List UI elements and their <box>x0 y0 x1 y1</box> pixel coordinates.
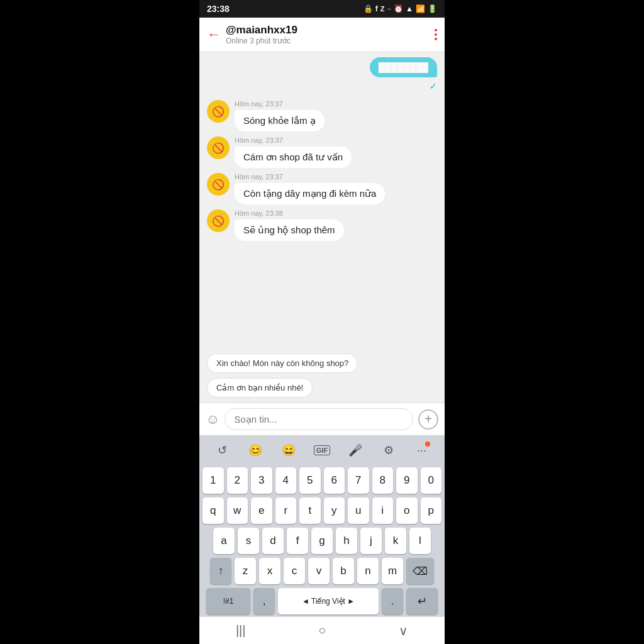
rotate-icon: ↺ <box>218 443 227 457</box>
key-u[interactable]: u <box>348 497 369 524</box>
msg-bubble-3: Còn tặng dây mạng đi kèm nữa <box>235 183 385 204</box>
menu-button[interactable] <box>435 29 437 40</box>
settings-button[interactable]: ⚙ <box>377 439 400 462</box>
rotate-button[interactable]: ↺ <box>211 439 233 462</box>
gif-button[interactable]: GIF <box>311 439 333 462</box>
kb-row-asdf: a s d f g h j k l <box>199 526 445 556</box>
key-0[interactable]: 0 <box>421 467 442 494</box>
kb-row-zxcv: ↑ z x c v b n m ⌫ <box>199 556 445 586</box>
key-8[interactable]: 8 <box>372 467 394 494</box>
emoji-tool-button[interactable]: 😊 <box>244 439 267 462</box>
key-m[interactable]: m <box>382 558 403 584</box>
avatar-2: 🚫 <box>207 136 230 159</box>
key-2[interactable]: 2 <box>227 467 248 494</box>
dot1 <box>435 29 437 31</box>
kb-row-special: !#1 , ◄ Tiếng Việt ► . ↵ <box>199 586 445 616</box>
avatar-1: 🚫 <box>207 100 230 123</box>
quick-replies: Xin chào! Món này còn không shop? Cảm ơn… <box>199 348 445 402</box>
plus-button[interactable]: + <box>418 409 438 430</box>
alarm-icon: ⏰ <box>394 4 403 13</box>
key-3[interactable]: 3 <box>251 467 272 494</box>
settings-icon: ⚙ <box>384 443 394 457</box>
online-status: Online 3 phút trước <box>226 36 297 45</box>
key-z[interactable]: z <box>235 558 256 584</box>
msg-time-3: Hôm nay, 23:37 <box>235 173 385 180</box>
avatar-4: 🚫 <box>207 209 230 232</box>
wifi-icon: ▲ <box>406 4 413 13</box>
nav-back-button[interactable]: ||| <box>236 623 246 638</box>
username: @maianhxx19 <box>226 24 297 36</box>
key-r[interactable]: r <box>275 497 297 524</box>
key-a[interactable]: a <box>213 528 235 554</box>
key-backspace[interactable]: ⌫ <box>406 558 434 584</box>
nav-recent-button[interactable]: ∨ <box>399 623 408 638</box>
message-group-3: 🚫 Hôm nay, 23:37 Còn tặng dây mạng đi kè… <box>207 173 437 204</box>
key-shift[interactable]: ↑ <box>210 558 231 584</box>
header-info: @maianhxx19 Online 3 phút trước <box>226 24 297 45</box>
key-v[interactable]: v <box>308 558 330 584</box>
key-t[interactable]: t <box>299 497 321 524</box>
keyboard-toolbar: ↺ 😊 😄 GIF 🎤 ⚙ ··· <box>199 435 445 465</box>
key-c[interactable]: c <box>284 558 305 584</box>
key-y[interactable]: y <box>324 497 345 524</box>
emoji-button[interactable]: ☺ <box>206 411 219 428</box>
key-7[interactable]: 7 <box>348 467 369 494</box>
key-j[interactable]: j <box>360 528 382 554</box>
more-icon: ·· <box>387 4 391 13</box>
key-6[interactable]: 6 <box>324 467 345 494</box>
key-enter[interactable]: ↵ <box>406 588 438 614</box>
key-w[interactable]: w <box>227 497 248 524</box>
key-h[interactable]: h <box>336 528 357 554</box>
mic-button[interactable]: 🎤 <box>344 439 367 462</box>
kb-row-qwerty: q w e r t y u i o p <box>199 496 445 526</box>
key-n[interactable]: n <box>357 558 379 584</box>
key-p[interactable]: p <box>421 497 442 524</box>
emoji-tool-icon: 😊 <box>248 443 262 457</box>
signal-icon: 📶 <box>416 4 425 13</box>
key-g[interactable]: g <box>311 528 333 554</box>
bottom-nav: ||| ○ ∨ <box>199 616 445 644</box>
quick-reply-1[interactable]: Xin chào! Món này còn không shop? <box>207 353 358 373</box>
key-s[interactable]: s <box>238 528 259 554</box>
kb-row-numbers: 1 2 3 4 5 6 7 8 9 0 <box>199 465 445 496</box>
key-i[interactable]: i <box>372 497 394 524</box>
key-comma[interactable]: , <box>253 588 275 614</box>
sent-message-top: ████████ <box>370 57 437 77</box>
key-symbols[interactable]: !#1 <box>206 588 250 614</box>
msg-bubble-2: Cám ơn shop đã tư vấn <box>235 147 352 168</box>
gif-label: GIF <box>314 445 330 455</box>
checkmark-icon: ✓ <box>430 81 437 91</box>
msg-content-1: Hôm nay, 23:37 Sóng khỏe lắm ạ <box>235 100 325 131</box>
key-q[interactable]: q <box>203 497 224 524</box>
key-e[interactable]: e <box>251 497 272 524</box>
avatar-3: 🚫 <box>207 173 230 196</box>
key-b[interactable]: b <box>333 558 354 584</box>
lock-icon: 🔒 <box>364 4 373 13</box>
read-receipt: ✓ <box>430 81 437 91</box>
key-k[interactable]: k <box>385 528 406 554</box>
key-5[interactable]: 5 <box>299 467 321 494</box>
message-group-2: 🚫 Hôm nay, 23:37 Cám ơn shop đã tư vấn <box>207 136 437 168</box>
status-icons: 🔒 f Z ·· ⏰ ▲ 📶 🔋 <box>364 4 437 13</box>
key-4[interactable]: 4 <box>275 467 297 494</box>
back-button[interactable]: ← <box>207 26 221 43</box>
zalo-icon: Z <box>380 5 385 13</box>
key-period[interactable]: . <box>382 588 403 614</box>
sticker-icon: 😄 <box>282 443 296 457</box>
nav-home-button[interactable]: ○ <box>318 623 326 638</box>
message-input[interactable] <box>225 408 413 430</box>
key-space[interactable]: ◄ Tiếng Việt ► <box>278 588 379 614</box>
msg-content-4: Hôm nay, 23:38 Sẽ ủng hộ shop thêm <box>235 209 344 241</box>
key-x[interactable]: x <box>259 558 280 584</box>
battery-icon: 🔋 <box>428 4 437 13</box>
key-1[interactable]: 1 <box>203 467 224 494</box>
quick-reply-2[interactable]: Cảm ơn bạn nhiều nhé! <box>207 378 313 397</box>
key-9[interactable]: 9 <box>396 467 418 494</box>
sticker-button[interactable]: 😄 <box>277 439 300 462</box>
key-f[interactable]: f <box>287 528 308 554</box>
key-o[interactable]: o <box>396 497 418 524</box>
key-l[interactable]: l <box>409 528 431 554</box>
more-tools-button[interactable]: ··· <box>410 439 433 462</box>
key-d[interactable]: d <box>262 528 284 554</box>
status-time: 23:38 <box>207 4 230 14</box>
